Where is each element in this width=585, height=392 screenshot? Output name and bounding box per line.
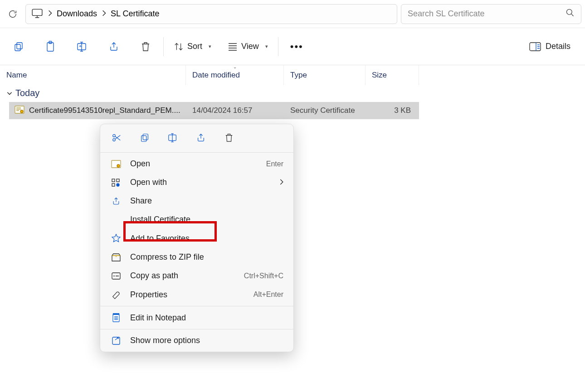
file-type: Security Certificate bbox=[284, 106, 366, 115]
chevron-right-icon bbox=[48, 10, 52, 18]
rename-icon bbox=[76, 41, 88, 52]
separator bbox=[278, 37, 278, 56]
ctx-copypath-label: Copy as path bbox=[130, 271, 236, 281]
svg-point-20 bbox=[117, 184, 119, 186]
ctx-zip-label: Compress to ZIP file bbox=[130, 252, 283, 262]
ctx-properties[interactable]: Properties Alt+Enter bbox=[100, 285, 293, 304]
ctx-fav-label: Add to Favorites bbox=[130, 234, 283, 243]
toolbar: Sort ▾ View ▾ ••• Details bbox=[0, 28, 585, 65]
file-row[interactable]: Certificate995143510repl_Standard_PEM...… bbox=[9, 102, 419, 119]
details-pane-icon bbox=[529, 42, 541, 51]
wrench-icon bbox=[110, 290, 122, 300]
scissors-icon bbox=[112, 133, 122, 143]
view-button[interactable]: View ▾ bbox=[219, 28, 276, 65]
ctx-props-shortcut: Alt+Enter bbox=[253, 290, 283, 299]
ctx-open-with[interactable]: Open with bbox=[100, 173, 293, 192]
view-icon bbox=[228, 42, 238, 51]
rename-button[interactable] bbox=[66, 28, 98, 65]
ctx-show-more[interactable]: Show more options bbox=[100, 331, 293, 350]
column-size[interactable]: Size bbox=[366, 65, 419, 85]
file-name: Certificate995143510repl_Standard_PEM...… bbox=[29, 106, 180, 115]
details-label: Details bbox=[546, 42, 570, 51]
group-label: Today bbox=[15, 88, 39, 98]
breadcrumb-current[interactable]: SL Certificate bbox=[111, 9, 159, 19]
sort-label: Sort bbox=[187, 42, 202, 51]
svg-rect-4 bbox=[47, 43, 54, 51]
ctx-open[interactable]: Open Enter bbox=[100, 155, 293, 173]
ctx-share[interactable]: Share bbox=[100, 192, 293, 210]
notepad-icon bbox=[110, 313, 122, 323]
breadcrumb[interactable]: Downloads SL Certificate bbox=[25, 4, 397, 24]
svg-rect-3 bbox=[17, 43, 22, 49]
trash-icon bbox=[224, 133, 234, 143]
ctx-compress-zip[interactable]: Compress to ZIP file bbox=[100, 248, 293, 266]
separator bbox=[100, 329, 293, 329]
context-menu: Open Enter Open with Share Install Certi… bbox=[100, 124, 294, 352]
chevron-right-icon bbox=[279, 179, 283, 186]
svg-point-9 bbox=[20, 110, 23, 113]
refresh-button[interactable] bbox=[4, 5, 22, 23]
copy-icon bbox=[140, 133, 150, 143]
refresh-icon bbox=[8, 9, 18, 19]
chevron-down-icon: ▾ bbox=[209, 44, 211, 49]
chevron-down-icon: ▾ bbox=[265, 44, 268, 49]
ctx-copy-path[interactable]: Copy as path Ctrl+Shift+C bbox=[100, 266, 293, 285]
share-icon bbox=[196, 133, 206, 143]
separator bbox=[163, 37, 164, 56]
svg-rect-19 bbox=[112, 184, 115, 186]
ctx-notepad-label: Edit in Notepad bbox=[130, 313, 283, 323]
breadcrumb-downloads[interactable]: Downloads bbox=[57, 9, 97, 19]
separator bbox=[100, 306, 293, 306]
more-button[interactable]: ••• bbox=[280, 28, 313, 65]
column-date[interactable]: Date modified ⌄ bbox=[186, 65, 284, 85]
ctx-open-with-label: Open with bbox=[130, 178, 271, 187]
share-icon bbox=[108, 41, 119, 52]
delete-button[interactable] bbox=[130, 28, 161, 65]
certificate-icon bbox=[15, 106, 24, 116]
ctx-rename-button[interactable] bbox=[166, 131, 179, 144]
ctx-delete-button[interactable] bbox=[223, 131, 235, 144]
separator bbox=[100, 152, 293, 153]
details-pane-button[interactable]: Details bbox=[529, 42, 582, 51]
sort-button[interactable]: Sort ▾ bbox=[166, 28, 219, 65]
share-button[interactable] bbox=[98, 28, 130, 65]
paste-button[interactable] bbox=[34, 28, 66, 65]
sort-icon bbox=[174, 42, 184, 52]
rename-icon bbox=[167, 133, 178, 143]
ctx-open-label: Open bbox=[130, 159, 258, 169]
ctx-install-label: Install Certificate bbox=[130, 215, 283, 224]
ctx-install-certificate[interactable]: Install Certificate bbox=[100, 210, 293, 229]
search-input[interactable]: Search SL Certificate bbox=[401, 4, 581, 24]
svg-point-11 bbox=[113, 139, 116, 141]
copy-path-icon bbox=[110, 272, 122, 280]
file-name-cell: Certificate995143510repl_Standard_PEM...… bbox=[9, 106, 186, 116]
zip-icon bbox=[110, 253, 122, 262]
column-name[interactable]: Name bbox=[0, 65, 186, 85]
ellipsis-icon: ••• bbox=[290, 41, 303, 53]
svg-rect-2 bbox=[15, 44, 20, 51]
svg-rect-18 bbox=[117, 179, 119, 182]
share-icon bbox=[110, 197, 122, 206]
cut-button[interactable] bbox=[3, 28, 34, 65]
paste-icon bbox=[45, 41, 56, 53]
ctx-cut-button[interactable] bbox=[110, 131, 123, 144]
sort-indicator-icon: ⌄ bbox=[233, 64, 237, 69]
context-quick-actions bbox=[100, 127, 293, 150]
column-headers: Name Date modified ⌄ Type Size bbox=[0, 65, 585, 85]
ctx-edit-notepad[interactable]: Edit in Notepad bbox=[100, 308, 293, 327]
column-type[interactable]: Type bbox=[284, 65, 366, 85]
svg-point-10 bbox=[113, 135, 116, 137]
group-today[interactable]: Today bbox=[0, 85, 585, 102]
ctx-copy-button[interactable] bbox=[138, 131, 151, 144]
chevron-right-icon bbox=[102, 10, 106, 18]
ctx-more-label: Show more options bbox=[130, 336, 283, 345]
certificate-icon bbox=[110, 160, 122, 168]
ctx-share-button[interactable] bbox=[195, 131, 207, 144]
open-with-icon bbox=[110, 178, 122, 187]
ctx-open-shortcut: Enter bbox=[266, 160, 283, 168]
ctx-share-label: Share bbox=[130, 196, 283, 206]
address-bar: Downloads SL Certificate Search SL Certi… bbox=[0, 0, 585, 28]
search-icon bbox=[566, 8, 575, 19]
ctx-add-favorites[interactable]: Add to Favorites bbox=[100, 229, 293, 248]
svg-rect-0 bbox=[32, 9, 42, 15]
